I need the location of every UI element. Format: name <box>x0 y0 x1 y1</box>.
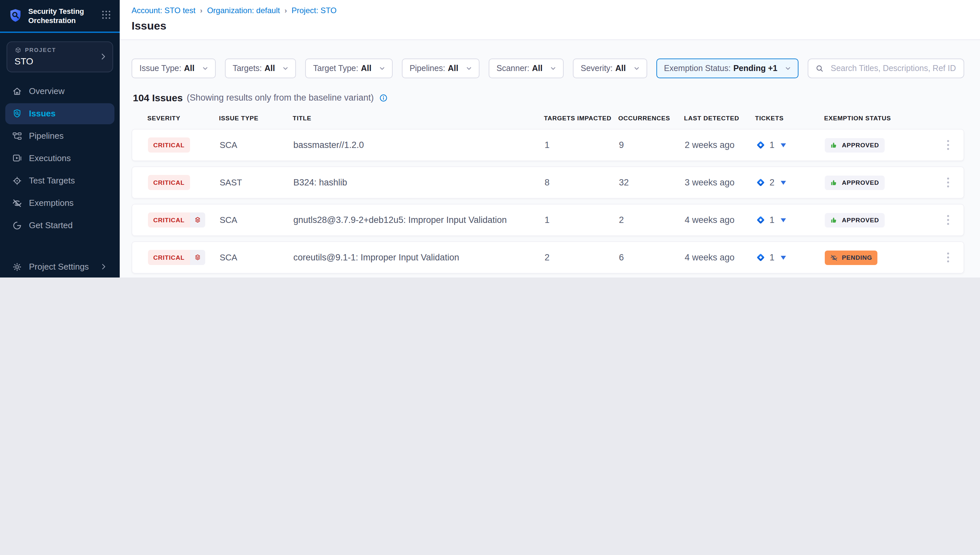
filter-target-type[interactable]: Target Type: All <box>305 59 392 78</box>
tickets-cell: 1 <box>756 215 825 225</box>
jira-ticket-icon <box>756 178 765 188</box>
filter-chips: Issue Type: All Targets: All Target Type… <box>132 59 799 78</box>
ticket-caret-down-icon[interactable] <box>780 218 786 222</box>
exemption-status-label: APPROVED <box>842 217 879 224</box>
sidebar-item-overview[interactable]: Overview <box>5 80 114 102</box>
ticket-caret-down-icon[interactable] <box>780 143 786 147</box>
search-input[interactable] <box>829 63 957 74</box>
filter-severity[interactable]: Severity: All <box>573 59 647 78</box>
breadcrumb-organization[interactable]: Organization: default <box>207 6 280 15</box>
ticket-caret-down-icon[interactable] <box>780 181 786 184</box>
sidebar-item-pipelines[interactable]: Pipelines <box>5 125 114 146</box>
targets-impacted-cell: 8 <box>545 178 619 188</box>
jira-ticket-icon <box>756 140 765 150</box>
issue-title-cell: coreutils@9.1-1: Improper Input Validati… <box>294 252 545 262</box>
sidebar-item-exemptions[interactable]: Exemptions <box>5 192 114 213</box>
filter-label: Scanner: <box>497 64 529 73</box>
row-menu-button[interactable] <box>943 249 953 266</box>
app-root: Security Testing Orchestration PROJECT S… <box>0 0 980 278</box>
tickets-cell: 2 <box>756 178 825 188</box>
filter-issue-type[interactable]: Issue Type: All <box>132 59 215 78</box>
home-icon <box>12 86 22 96</box>
thumbs-up-icon <box>830 216 838 224</box>
row-menu-button[interactable] <box>943 211 953 229</box>
issue-row[interactable]: CRITICAL SCA bassmaster//1.2.0 1 9 2 wee… <box>132 129 964 161</box>
col-header-exemption-status: EXEMPTION STATUS <box>824 114 929 122</box>
issues-count-row: 104 Issues (Showing results only from th… <box>133 92 964 103</box>
filter-value: Pending +1 <box>733 64 778 73</box>
severity-label: CRITICAL <box>148 138 190 152</box>
col-header-title: TITLE <box>293 114 544 122</box>
sidebar-item-issues[interactable]: Issues <box>5 103 114 124</box>
exemption-status-badge: APPROVED <box>825 213 884 227</box>
jira-ticket-icon <box>756 215 765 225</box>
last-detected-cell: 2 weeks ago <box>685 140 756 150</box>
filter-label: Target Type: <box>313 64 358 73</box>
issue-row[interactable]: CRITICAL SCA coreutils@9.1-1: Improper I… <box>132 241 964 274</box>
issue-type-cell: SAST <box>220 178 294 188</box>
chevron-down-icon <box>549 64 557 72</box>
ticket-count: 1 <box>770 215 775 225</box>
filter-scanner[interactable]: Scanner: All <box>489 59 564 78</box>
gear-icon <box>12 261 22 272</box>
sidebar-item-label: Pipelines <box>29 131 64 141</box>
targets-impacted-cell: 1 <box>545 215 619 225</box>
thumbs-up-icon <box>830 141 838 149</box>
breadcrumb-separator: › <box>200 6 202 14</box>
targets-impacted-cell: 2 <box>545 252 619 262</box>
thumbs-up-icon <box>830 178 838 186</box>
sidebar-item-label: Issues <box>29 109 56 119</box>
chevron-down-icon <box>632 64 640 72</box>
filter-targets[interactable]: Targets: All <box>225 59 296 78</box>
info-icon[interactable] <box>379 93 388 102</box>
sidebar-item-label: Test Targets <box>29 176 75 185</box>
last-detected-cell: 4 weeks ago <box>685 252 756 262</box>
project-selector[interactable]: PROJECT STO <box>6 41 113 72</box>
filter-value: All <box>184 64 194 73</box>
sidebar-item-get-started[interactable]: Get Started <box>5 215 114 236</box>
get-started-icon <box>12 220 22 231</box>
cube-icon <box>14 47 22 54</box>
chevron-right-icon <box>99 262 108 271</box>
sidebar-nav: Overview Issues Pipelines Executions Tes… <box>0 80 120 236</box>
sidebar-item-label: Executions <box>29 153 71 163</box>
issue-row[interactable]: CRITICAL SCA gnutls28@3.7.9-2+deb12u5: I… <box>132 204 964 236</box>
breadcrumb-account[interactable]: Account: STO test <box>132 6 195 15</box>
app-switcher-icon[interactable] <box>101 9 112 20</box>
search-box <box>808 59 964 78</box>
last-detected-cell: 3 weeks ago <box>685 178 756 188</box>
filter-value: All <box>532 64 543 73</box>
occurrences-cell: 2 <box>619 215 685 225</box>
severity-badge: CRITICAL <box>148 138 190 152</box>
ticket-count: 1 <box>770 140 775 150</box>
ticket-caret-down-icon[interactable] <box>780 255 786 260</box>
row-menu-button[interactable] <box>943 136 953 154</box>
sto-shield-logo-icon <box>8 8 23 23</box>
filter-pipelines[interactable]: Pipelines: All <box>401 59 479 78</box>
filter-exemption-status[interactable]: Exemption Status: Pending +1 <box>656 59 799 78</box>
issues-content: Issue Type: All Targets: All Target Type… <box>120 40 980 278</box>
sidebar-item-executions[interactable]: Executions <box>5 148 114 168</box>
issue-row[interactable]: CRITICAL SAST B324: hashlib 8 32 3 weeks… <box>132 166 964 199</box>
sidebar-item-test-targets[interactable]: Test Targets <box>5 170 114 191</box>
executions-icon <box>12 153 22 164</box>
table-header-row: SEVERITYISSUE TYPETITLETARGETS IMPACTEDO… <box>132 114 964 129</box>
filter-label: Exemption Status: <box>664 64 731 73</box>
sidebar-item-label: Project Settings <box>29 262 89 271</box>
eye-off-icon <box>12 197 22 208</box>
pipelines-icon <box>12 130 22 141</box>
severity-label: CRITICAL <box>148 175 190 190</box>
col-header-severity: SEVERITY <box>148 114 219 122</box>
breadcrumb-project[interactable]: Project: STO <box>292 6 337 15</box>
app-title: Security Testing Orchestration <box>28 7 94 25</box>
jira-ticket-icon <box>756 252 765 262</box>
chevron-down-icon <box>282 64 289 72</box>
row-menu-button[interactable] <box>943 173 953 191</box>
sidebar-item-project-settings[interactable]: Project Settings <box>5 256 114 277</box>
exemption-status-badge: APPROVED <box>825 138 884 152</box>
occurrences-cell: 9 <box>619 140 685 150</box>
severity-badge: CRITICAL <box>148 175 190 190</box>
issues-table-body: CRITICAL SCA bassmaster//1.2.0 1 9 2 wee… <box>132 129 964 278</box>
last-detected-cell: 4 weeks ago <box>685 215 756 225</box>
filter-label: Issue Type: <box>140 64 181 73</box>
